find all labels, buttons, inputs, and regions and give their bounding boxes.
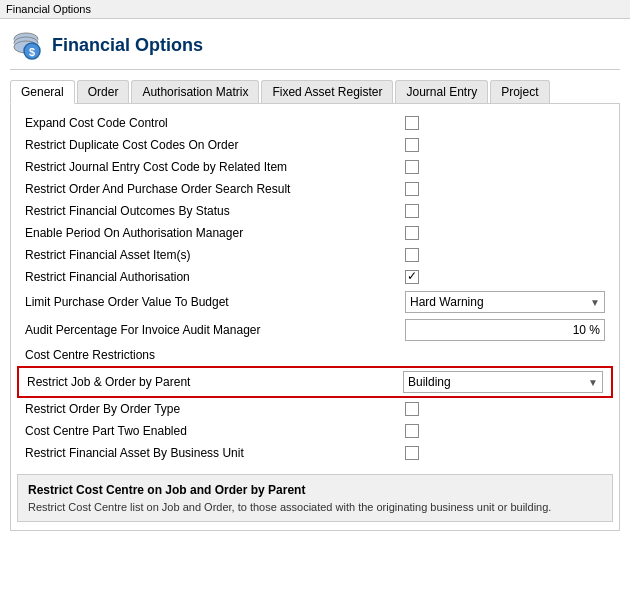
page-container: $ Financial Options General Order Author… bbox=[0, 19, 630, 613]
restrict-financial-auth-checkbox[interactable] bbox=[405, 270, 419, 284]
list-item: Restrict Financial Asset By Business Uni… bbox=[17, 442, 613, 464]
page-header: $ Financial Options bbox=[10, 29, 620, 70]
restrict-order-type-control bbox=[405, 402, 605, 416]
list-item: Cost Centre Part Two Enabled bbox=[17, 420, 613, 442]
list-item: Restrict Duplicate Cost Codes On Order bbox=[17, 134, 613, 156]
restrict-financial-asset-control bbox=[405, 248, 605, 262]
info-panel-text: Restrict Cost Centre list on Job and Ord… bbox=[28, 501, 602, 513]
enable-period-checkbox[interactable] bbox=[405, 226, 419, 240]
restrict-duplicate-checkbox[interactable] bbox=[405, 138, 419, 152]
chevron-down-icon: ▼ bbox=[588, 377, 598, 388]
restrict-financial-outcomes-label: Restrict Financial Outcomes By Status bbox=[25, 204, 405, 218]
tab-fixed-asset-register[interactable]: Fixed Asset Register bbox=[261, 80, 393, 103]
restrict-job-order-row: Restrict Job & Order by Parent Building … bbox=[17, 366, 613, 398]
restrict-financial-asset-bu-label: Restrict Financial Asset By Business Uni… bbox=[25, 446, 405, 460]
audit-percentage-input[interactable]: 10 % bbox=[405, 319, 605, 341]
restrict-duplicate-label: Restrict Duplicate Cost Codes On Order bbox=[25, 138, 405, 152]
tabs-container: General Order Authorisation Matrix Fixed… bbox=[10, 80, 620, 104]
title-bar-text: Financial Options bbox=[6, 3, 91, 15]
limit-purchase-order-dropdown[interactable]: Hard Warning ▼ bbox=[405, 291, 605, 313]
cost-centre-restrictions-label: Cost Centre Restrictions bbox=[17, 344, 613, 366]
tab-project[interactable]: Project bbox=[490, 80, 549, 103]
svg-text:$: $ bbox=[29, 46, 35, 58]
enable-period-label: Enable Period On Authorisation Manager bbox=[25, 226, 405, 240]
cost-centre-part-two-control bbox=[405, 424, 605, 438]
restrict-job-order-label: Restrict Job & Order by Parent bbox=[27, 375, 403, 389]
list-item: Restrict Financial Asset Item(s) bbox=[17, 244, 613, 266]
list-item: Expand Cost Code Control bbox=[17, 112, 613, 134]
limit-purchase-order-control: Hard Warning ▼ bbox=[405, 291, 605, 313]
restrict-financial-outcomes-checkbox[interactable] bbox=[405, 204, 419, 218]
tab-authorisation-matrix[interactable]: Authorisation Matrix bbox=[131, 80, 259, 103]
restrict-financial-outcomes-control bbox=[405, 204, 605, 218]
restrict-order-purchase-checkbox[interactable] bbox=[405, 182, 419, 196]
content-area: Expand Cost Code Control Restrict Duplic… bbox=[10, 104, 620, 531]
chevron-down-icon: ▼ bbox=[590, 297, 600, 308]
restrict-financial-auth-control bbox=[405, 270, 605, 284]
list-item: Enable Period On Authorisation Manager bbox=[17, 222, 613, 244]
restrict-journal-label: Restrict Journal Entry Cost Code by Rela… bbox=[25, 160, 405, 174]
list-item: Restrict Journal Entry Cost Code by Rela… bbox=[17, 156, 613, 178]
info-panel: Restrict Cost Centre on Job and Order by… bbox=[17, 474, 613, 522]
tab-order[interactable]: Order bbox=[77, 80, 130, 103]
audit-percentage-value: 10 % bbox=[573, 323, 600, 337]
restrict-job-order-dropdown[interactable]: Building ▼ bbox=[403, 371, 603, 393]
restrict-order-type-checkbox[interactable] bbox=[405, 402, 419, 416]
restrict-financial-asset-checkbox[interactable] bbox=[405, 248, 419, 262]
restrict-journal-checkbox[interactable] bbox=[405, 160, 419, 174]
restrict-financial-asset-bu-checkbox[interactable] bbox=[405, 446, 419, 460]
restrict-order-purchase-label: Restrict Order And Purchase Order Search… bbox=[25, 182, 405, 196]
restrict-job-order-value: Building bbox=[408, 375, 451, 389]
limit-purchase-order-value: Hard Warning bbox=[410, 295, 484, 309]
expand-cost-code-checkbox[interactable] bbox=[405, 116, 419, 130]
list-item: Limit Purchase Order Value To Budget Har… bbox=[17, 288, 613, 316]
tab-general[interactable]: General bbox=[10, 80, 75, 104]
restrict-financial-asset-bu-control bbox=[405, 446, 605, 460]
tab-journal-entry[interactable]: Journal Entry bbox=[395, 80, 488, 103]
audit-percentage-control: 10 % bbox=[405, 319, 605, 341]
expand-cost-code-control bbox=[405, 116, 605, 130]
enable-period-control bbox=[405, 226, 605, 240]
audit-percentage-label: Audit Percentage For Invoice Audit Manag… bbox=[25, 323, 405, 337]
restrict-financial-asset-label: Restrict Financial Asset Item(s) bbox=[25, 248, 405, 262]
title-bar: Financial Options bbox=[0, 0, 630, 19]
info-panel-title: Restrict Cost Centre on Job and Order by… bbox=[28, 483, 602, 497]
restrict-journal-control bbox=[405, 160, 605, 174]
page-title: Financial Options bbox=[52, 35, 203, 56]
restrict-job-order-control: Building ▼ bbox=[403, 371, 603, 393]
restrict-duplicate-control bbox=[405, 138, 605, 152]
list-item: Restrict Order And Purchase Order Search… bbox=[17, 178, 613, 200]
cost-centre-part-two-label: Cost Centre Part Two Enabled bbox=[25, 424, 405, 438]
restrict-order-type-label: Restrict Order By Order Type bbox=[25, 402, 405, 416]
limit-purchase-order-label: Limit Purchase Order Value To Budget bbox=[25, 295, 405, 309]
financial-options-icon: $ bbox=[10, 29, 42, 61]
expand-cost-code-label: Expand Cost Code Control bbox=[25, 116, 405, 130]
restrict-order-purchase-control bbox=[405, 182, 605, 196]
list-item: Restrict Order By Order Type bbox=[17, 398, 613, 420]
cost-centre-part-two-checkbox[interactable] bbox=[405, 424, 419, 438]
list-item: Restrict Financial Outcomes By Status bbox=[17, 200, 613, 222]
restrict-financial-auth-label: Restrict Financial Authorisation bbox=[25, 270, 405, 284]
list-item: Audit Percentage For Invoice Audit Manag… bbox=[17, 316, 613, 344]
list-item: Restrict Financial Authorisation bbox=[17, 266, 613, 288]
